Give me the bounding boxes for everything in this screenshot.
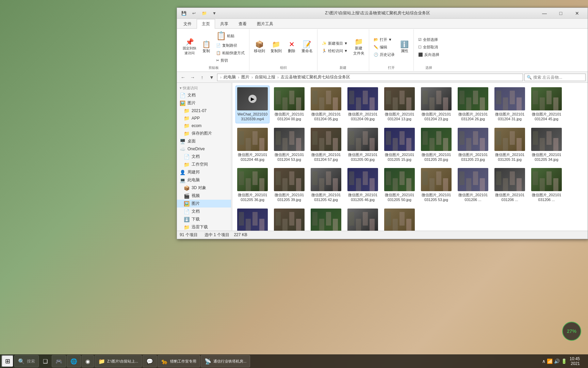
quick-save-btn[interactable]: 💾 [180,9,188,17]
taskbar-clock[interactable]: 10:45 2021 [570,356,580,366]
copy-btn[interactable]: 📋 复制 [199,39,213,55]
show-hidden-icon[interactable]: ∧ [542,358,545,364]
deselect-all-btn[interactable]: ☐ 全部取消 [416,44,442,51]
sidebar-item-2021-07[interactable]: 📁 2021-07 [177,107,231,114]
paste-btn[interactable]: 📋 粘贴 [214,30,247,42]
sidebar-item-workspace[interactable]: 📁 工作空间 [177,160,231,168]
back-button[interactable]: ← [179,73,187,81]
file-item-20[interactable]: 微信图片_202101031205 42.jpg [309,166,343,204]
cut-btn[interactable]: ✂ 剪切 [214,57,247,64]
taskbar-search[interactable]: 🔍 搜索 [14,355,39,367]
search-box[interactable]: 🔍 [524,74,586,81]
battery-icon[interactable]: 🔋 [561,358,567,364]
file-item-18[interactable]: 微信图片_202101031205 36.jpg [235,166,270,204]
taskbar-explorer[interactable]: 📁 Z:\图片\自留站上... [95,355,142,367]
address-field[interactable]: › 此电脑 › 图片 › 自留站上报 › 左云县物资城汇聚机房七站综合业务区 [217,74,523,81]
sidebar-item-3d[interactable]: 📦 3D 对象 [177,184,231,192]
file-item-27[interactable]: 微信图片_202101031206 ... [235,207,270,231]
volume-icon[interactable]: 🔊 [554,358,560,364]
copy-to-btn[interactable]: 📁 复制到 [268,39,284,55]
quick-back-btn[interactable]: ↩ [190,9,198,17]
file-item-23[interactable]: 微信图片_202101031205 53.jpg [419,166,453,204]
copy-path-btn[interactable]: 📄 复制路径 [214,42,247,49]
properties-btn[interactable]: ℹ️ 属性 [398,39,411,55]
breadcrumb-pc[interactable]: 此电脑 [224,74,236,80]
sidebar-item-od-docs[interactable]: 📄 文档 [177,153,231,160]
search-input[interactable] [533,75,583,80]
select-all-btn[interactable]: ☑ 全部选择 [416,36,442,43]
file-item-9[interactable]: 微信图片_202101031204 48.jpg [235,126,270,164]
taskbar-telecom[interactable]: 📡 通信行业铁塔机房... [201,355,250,367]
taskbar-chrome[interactable]: ◉ [82,355,94,367]
file-item-21[interactable]: 微信图片_202101031205 46.jpg [346,166,380,204]
new-item-btn[interactable]: ✨ 新建项目 ▼ [320,40,350,47]
quick-dropdown-btn[interactable]: ▼ [210,9,218,17]
sidebar-item-documents[interactable]: 📄 文档 [177,91,231,99]
tab-home[interactable]: 主页 [197,19,215,29]
sidebar-item-desktop[interactable]: 🖥️ 桌面 [177,137,231,145]
taskbar-epic[interactable]: 🎮 [52,355,66,367]
up-button[interactable]: ↑ [198,73,206,81]
show-desktop-btn[interactable] [583,355,584,367]
breadcrumb-report[interactable]: 自留站上报 [255,74,275,80]
file-item-24[interactable]: 微信图片_202101031206 ... [456,166,490,204]
sidebar-item-docs2[interactable]: 📄 文档 [177,208,231,215]
sidebar-item-saved-pics[interactable]: 📁 保存的图片 [177,129,231,137]
sidebar-item-user[interactable]: 👤 周建邦 [177,168,231,176]
file-item-22[interactable]: 微信图片_202101031205 50.jpg [382,166,416,204]
file-item-10[interactable]: 微信图片_202101031204 53.jpg [272,126,306,164]
start-button[interactable]: ⊞ [1,355,14,367]
breadcrumb-pictures[interactable]: 图片 [241,74,249,80]
recent-paths-button[interactable]: ▼ [208,73,216,81]
file-item-8[interactable]: 微信图片_202101031204 45.jpg [529,86,564,123]
file-item-6[interactable]: 微信图片_202101031204 26.jpg [456,86,490,123]
forward-button[interactable]: → [189,73,197,81]
file-item-30[interactable]: 微信图片_202101031206 ... [346,207,380,231]
file-item-31[interactable]: 微信图片_202101031206 ... [382,207,416,231]
file-item-19[interactable]: 微信图片_202101031205 39.jpg [272,166,306,204]
file-item-25[interactable]: 微信图片_202101031206 ... [493,166,527,204]
breadcrumb-current[interactable]: 左云县物资城汇聚机房七站综合业务区 [281,74,350,80]
sidebar-item-xunlei[interactable]: 📁 迅雷下载 [177,223,231,231]
delete-btn[interactable]: ✕ 删除 [285,39,298,55]
file-item-26[interactable]: 微信图片_202101031206 ... [529,166,564,204]
sidebar-item-app[interactable]: 📁 APP [177,114,231,122]
pin-btn[interactable]: 📌 固定到快速访问 [180,37,199,57]
file-item-1[interactable]: 微信图片_202101031204 00.jpg [272,86,306,123]
sidebar-item-pics-active[interactable]: 🖼️ 图片 [177,200,231,208]
close-button[interactable]: ✕ [569,9,585,18]
new-folder-btn[interactable]: 📁 新建文件夹 [351,36,367,58]
open-btn[interactable]: 📂 打开 ▼ [371,36,397,43]
file-item-29[interactable]: 微信图片_202101031206 ... [309,207,343,231]
sidebar-item-ecom[interactable]: 📁 ecom [177,122,231,129]
file-item-17[interactable]: 微信图片_202101031205 34.jpg [529,126,564,164]
tab-share[interactable]: 共享 [215,19,233,29]
file-item-0[interactable]: ▶WeChat_20210103120339.mp4 [235,86,270,123]
network-icon[interactable]: 📶 [547,358,553,364]
history-btn[interactable]: 🕐 历史记录 [371,51,397,58]
file-item-28[interactable]: 微信图片_202101031206 ... [272,207,306,231]
quick-folder-btn[interactable]: 📁 [200,9,208,17]
file-item-3[interactable]: 微信图片_202101031204 09.jpg [346,86,380,123]
file-item-11[interactable]: 微信图片_202101031204 57.jpg [309,126,343,164]
move-to-btn[interactable]: 📦 移动到 [251,39,267,55]
rename-btn[interactable]: 📝 重命名 [299,39,315,55]
paste-shortcut-btn[interactable]: 📋 粘贴快捷方式 [214,49,247,57]
file-item-15[interactable]: 微信图片_202101031205 23.jpg [456,126,490,164]
file-item-12[interactable]: 微信图片_202101031205 00.jpg [346,126,380,164]
file-item-4[interactable]: 微信图片_202101031204 13.jpg [382,86,416,123]
file-item-5[interactable]: 微信图片_202101031204 23.jpg [419,86,453,123]
tab-picture-tools[interactable]: 图片工具 [252,19,278,29]
sidebar-item-video[interactable]: 🎬 视频 [177,192,231,200]
file-item-2[interactable]: 微信图片_202101031204 05.jpg [309,86,343,123]
sidebar-item-thispc[interactable]: 💻 此电脑 [177,176,231,184]
tab-file[interactable]: 文件 [178,19,197,29]
taskbar-cheetah[interactable]: 🐆 猎豹工作室专用 [158,355,200,367]
file-item-7[interactable]: 微信图片_202101031204 31.jpg [493,86,527,123]
sidebar-item-pictures[interactable]: 🖼️ 图片 [177,99,231,107]
task-view-btn[interactable]: ❑ [39,355,51,367]
file-item-16[interactable]: 微信图片_202101031205 31.jpg [493,126,527,164]
sidebar-item-onedrive[interactable]: ☁️ OneDrive [177,145,231,153]
sidebar-item-downloads[interactable]: ⬇️ 下载 [177,215,231,223]
edit-btn[interactable]: ✏️ 编辑 [371,44,397,51]
